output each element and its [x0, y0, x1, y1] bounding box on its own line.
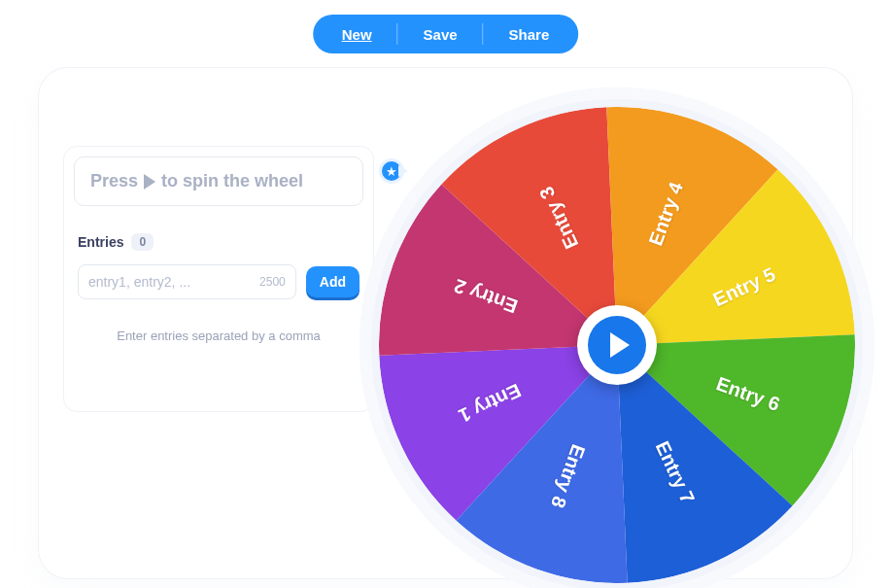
play-icon [610, 332, 630, 358]
star-icon: ★ [386, 164, 397, 179]
save-button[interactable]: Save [398, 15, 483, 53]
main-area: Press to spin the wheel Entries 0 2500 A… [39, 68, 852, 578]
entries-header: Entries 0 [78, 233, 360, 251]
spin-button[interactable] [577, 305, 657, 385]
entries-input[interactable] [88, 274, 247, 290]
prompt-suffix: to spin the wheel [161, 171, 303, 191]
entries-hint: Enter entries separated by a comma [78, 329, 360, 343]
add-button[interactable]: Add [306, 266, 360, 297]
prompt-prefix: Press [90, 171, 138, 191]
spin-prompt: Press to spin the wheel [74, 156, 363, 206]
share-button[interactable]: Share [484, 15, 575, 53]
entries-panel: Press to spin the wheel Entries 0 2500 A… [63, 146, 374, 412]
wheel-pointer: ★ [379, 158, 408, 188]
input-counter: 2500 [259, 275, 286, 289]
panel-body: Entries 0 2500 Add Enter entries separat… [64, 216, 373, 411]
wheel-container: Entry 1Entry 2Entry 3Entry 4Entry 5Entry… [360, 87, 874, 588]
entries-input-wrap: 2500 [78, 264, 296, 299]
spin-button-inner [588, 316, 646, 374]
top-toolbar: New Save Share [313, 15, 579, 53]
entries-count-badge: 0 [131, 233, 154, 251]
entries-label: Entries [78, 234, 123, 250]
play-icon [144, 174, 155, 190]
input-row: 2500 Add [78, 264, 360, 299]
new-button[interactable]: New [317, 15, 397, 53]
